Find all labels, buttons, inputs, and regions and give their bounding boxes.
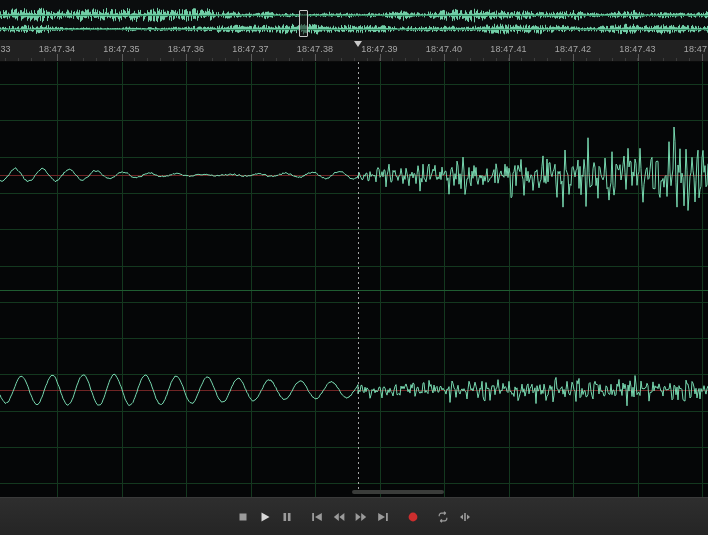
timeline-ruler[interactable]: 18:47.3318:47.3418:47.3518:47.3618:47.37…	[0, 40, 708, 62]
record-icon	[407, 511, 419, 523]
rewind-icon	[333, 511, 345, 523]
overview-position-handle[interactable]	[299, 10, 308, 37]
waveform-canvas[interactable]	[0, 62, 708, 497]
play-button[interactable]	[255, 507, 275, 527]
skip-end-button[interactable]	[373, 507, 393, 527]
transport-group-gap	[298, 516, 306, 517]
skip-selection-icon	[459, 511, 471, 523]
skip-end-icon	[377, 511, 389, 523]
audio-editor-window: 18:47.3318:47.3418:47.3518:47.3618:47.37…	[0, 0, 708, 535]
timeline-label: 18:47.34	[39, 44, 76, 54]
skip-start-button[interactable]	[307, 507, 327, 527]
timeline-label: 18:47.37	[232, 44, 269, 54]
timeline-label: 18:47.44	[684, 44, 708, 54]
transport-bar	[0, 497, 708, 535]
transport-buttons	[232, 507, 476, 527]
pause-button[interactable]	[277, 507, 297, 527]
scrollbar-handle[interactable]	[352, 490, 444, 494]
skip-selection-button[interactable]	[455, 507, 475, 527]
timeline-label: 18:47.42	[555, 44, 592, 54]
transport-group-gap	[424, 516, 432, 517]
timeline-label: 18:47.40	[426, 44, 463, 54]
loop-icon	[437, 511, 449, 523]
rewind-button[interactable]	[329, 507, 349, 527]
timeline-label: 18:47.33	[0, 44, 11, 54]
timeline-label: 18:47.39	[361, 44, 398, 54]
record-button[interactable]	[403, 507, 423, 527]
zoom-scrollbar[interactable]	[0, 489, 708, 495]
transport-group-gap	[394, 516, 402, 517]
overview-strip[interactable]	[0, 0, 708, 40]
timeline-label: 18:47.35	[103, 44, 140, 54]
skip-start-icon	[311, 511, 323, 523]
stop-button[interactable]	[233, 507, 253, 527]
playhead-handle[interactable]	[354, 41, 362, 47]
timeline-label: 18:47.38	[297, 44, 334, 54]
play-icon	[259, 511, 271, 523]
timeline-label: 18:47.41	[490, 44, 527, 54]
overview-waveform[interactable]	[0, 0, 708, 40]
timeline-label: 18:47.36	[168, 44, 205, 54]
fast-forward-icon	[355, 511, 367, 523]
waveform-display[interactable]	[0, 62, 708, 497]
timeline-label: 18:47.43	[619, 44, 656, 54]
loop-button[interactable]	[433, 507, 453, 527]
fast-forward-button[interactable]	[351, 507, 371, 527]
stop-icon	[237, 511, 249, 523]
pause-icon	[281, 511, 293, 523]
